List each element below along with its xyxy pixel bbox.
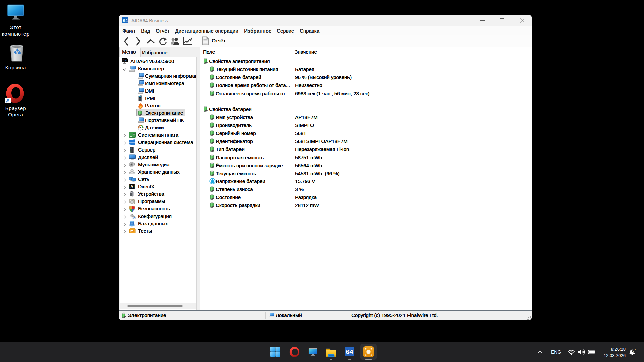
svg-text:64: 64 (123, 18, 128, 23)
svg-text:z: z (633, 350, 634, 352)
svg-text:64: 64 (346, 348, 353, 355)
svg-text:z: z (635, 349, 636, 350)
svg-text:A: A (130, 184, 133, 189)
